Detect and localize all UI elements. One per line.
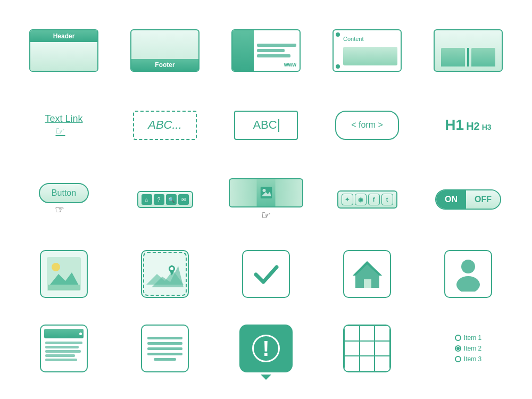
check-icon bbox=[242, 250, 290, 298]
grid-cell-2 bbox=[360, 326, 375, 341]
landscape-image-icon bbox=[45, 255, 82, 293]
svg-rect-7 bbox=[48, 285, 80, 290]
grid-cell-9 bbox=[375, 356, 390, 371]
radio-label-2: Item 2 bbox=[464, 345, 481, 352]
grid-cell-3 bbox=[375, 326, 390, 341]
user-icon bbox=[444, 250, 492, 298]
abc-input-box[interactable]: ABC bbox=[234, 111, 298, 140]
grid-cell-6 bbox=[375, 341, 390, 356]
social-icon-2[interactable]: ◉ bbox=[355, 194, 367, 205]
radio-label-1: Item 1 bbox=[464, 334, 481, 342]
radio-label-3: Item 3 bbox=[464, 355, 481, 363]
radio-item-1[interactable]: Item 1 bbox=[455, 334, 481, 342]
image-slider[interactable] bbox=[229, 178, 303, 207]
toggle-switch[interactable]: ON OFF bbox=[435, 189, 501, 210]
social-icon-1[interactable]: ✦ bbox=[342, 194, 353, 205]
toggle-on-label[interactable]: ON bbox=[436, 190, 466, 209]
text-link-label[interactable]: Text Link bbox=[45, 113, 82, 124]
grid-icon-cell bbox=[319, 314, 415, 383]
header-widget: Header bbox=[16, 16, 112, 85]
abc-placeholder-cell: ABC... bbox=[117, 90, 213, 160]
www-widget: www bbox=[218, 16, 314, 85]
button-cell[interactable]: Button ☞ bbox=[16, 165, 112, 234]
button-widget[interactable]: Button bbox=[39, 183, 89, 203]
content-label: Content bbox=[343, 36, 364, 42]
www-label: www bbox=[284, 62, 296, 68]
alert-exclaim-icon: ! bbox=[252, 335, 280, 362]
image-thumbnail-icon bbox=[260, 187, 272, 198]
svg-point-17 bbox=[461, 260, 475, 273]
header-label: Header bbox=[30, 30, 97, 42]
grid-cell-4 bbox=[344, 341, 360, 356]
button-cursor-icon: ☞ bbox=[55, 203, 64, 216]
social-icon-3[interactable]: f bbox=[368, 194, 380, 205]
mail-toolbar-icon[interactable]: ✉ bbox=[178, 194, 189, 205]
h2-heading: H2 bbox=[466, 120, 480, 132]
abc-input-cell[interactable]: ABC bbox=[218, 90, 314, 160]
alert-bubble: ! bbox=[239, 325, 293, 372]
grid-cell-8 bbox=[360, 356, 375, 371]
radio-circle-3[interactable] bbox=[455, 356, 461, 362]
doc-icon-cell bbox=[117, 314, 213, 383]
home-icon bbox=[343, 250, 391, 298]
image-icon bbox=[40, 250, 88, 298]
slider-thumb[interactable] bbox=[257, 179, 276, 206]
social-bar-cell[interactable]: ✦ ◉ f t bbox=[319, 165, 415, 234]
check-icon-cell bbox=[218, 239, 314, 309]
content-widget: Content bbox=[319, 16, 415, 85]
cursor-icon: ☞ bbox=[55, 124, 65, 137]
abc-input-text: ABC bbox=[253, 118, 277, 132]
radio-item-3[interactable]: Item 3 bbox=[455, 355, 481, 363]
radio-fill-2 bbox=[456, 347, 460, 350]
image-slider-cell[interactable]: ☞ bbox=[218, 165, 314, 234]
text-cursor bbox=[277, 118, 279, 132]
h3-heading: H3 bbox=[482, 123, 492, 131]
button-label: Button bbox=[52, 188, 76, 197]
radio-circle-2[interactable] bbox=[455, 345, 461, 352]
social-bar[interactable]: ✦ ◉ f t bbox=[337, 190, 397, 209]
radio-list-cell: Item 1 Item 2 Item 3 bbox=[420, 314, 516, 383]
document-icon bbox=[141, 325, 189, 372]
person-icon bbox=[452, 257, 484, 292]
radio-list: Item 1 Item 2 Item 3 bbox=[455, 334, 481, 363]
home-icon-cell bbox=[319, 239, 415, 309]
house-icon bbox=[350, 257, 385, 292]
social-icon-4[interactable]: t bbox=[381, 194, 393, 205]
svg-point-1 bbox=[262, 189, 265, 192]
checkmark-icon bbox=[252, 260, 281, 289]
toggle-off-label[interactable]: OFF bbox=[466, 190, 500, 209]
h1-heading: H1 bbox=[445, 117, 464, 134]
icon-toolbar-cell[interactable]: ⌂ ? 🔍 ✉ bbox=[117, 165, 213, 234]
toggle-cell[interactable]: ON OFF bbox=[420, 165, 516, 234]
slider-cursor-icon: ☞ bbox=[261, 209, 271, 221]
radio-item-2[interactable]: Item 2 bbox=[455, 345, 481, 352]
user-icon-cell bbox=[420, 239, 516, 309]
help-toolbar-icon[interactable]: ? bbox=[154, 194, 164, 205]
headings-cell: H1 H2 H3 bbox=[420, 90, 516, 160]
footer-label: Footer bbox=[131, 59, 198, 71]
grid-cell-5 bbox=[360, 341, 375, 356]
list-icon bbox=[40, 325, 88, 372]
image-icon-cell bbox=[16, 239, 112, 309]
form-cell: < form > bbox=[319, 90, 415, 160]
map-icon-cell bbox=[117, 239, 213, 309]
grid-icon bbox=[343, 325, 391, 372]
map-icon bbox=[141, 250, 189, 298]
home-toolbar-icon[interactable]: ⌂ bbox=[142, 194, 152, 205]
abc-placeholder-box: ABC... bbox=[133, 111, 197, 140]
icon-toolbar[interactable]: ⌂ ? 🔍 ✉ bbox=[137, 191, 193, 208]
svg-point-5 bbox=[52, 263, 60, 271]
form-label: < form > bbox=[351, 120, 383, 130]
grid-cell-7 bbox=[344, 356, 360, 371]
svg-point-18 bbox=[456, 276, 480, 292]
abc-placeholder-text: ABC... bbox=[148, 118, 182, 132]
text-link-cell[interactable]: Text Link ☞ bbox=[16, 90, 112, 160]
search-toolbar-icon[interactable]: 🔍 bbox=[166, 194, 177, 205]
alert-bubble-cell: ! bbox=[218, 314, 314, 383]
svg-rect-15 bbox=[364, 279, 371, 288]
radio-circle-1[interactable] bbox=[455, 335, 461, 341]
grid-cell-1 bbox=[344, 326, 360, 341]
book-widget bbox=[420, 16, 516, 85]
list-icon-cell bbox=[16, 314, 112, 383]
footer-widget: Footer bbox=[117, 16, 213, 85]
